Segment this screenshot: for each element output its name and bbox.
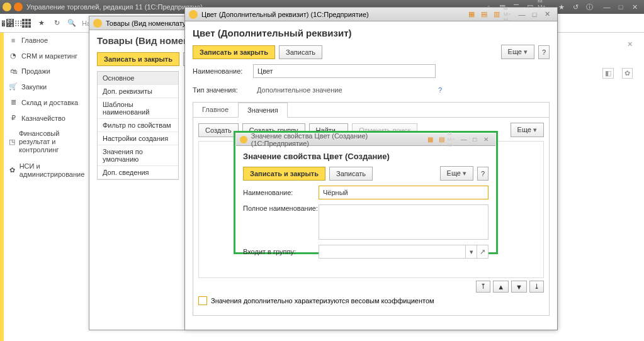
list-nav-up-icon[interactable]: ▲ [493,281,509,293]
sidebar-item-label: Казначейство [21,115,65,122]
name-label: Наименование: [243,189,319,196]
menu-icon: ≡ [9,36,18,44]
titlebar-maximize-icon[interactable]: □ [614,2,627,12]
sidebar-item-label: Закупки [21,83,47,91]
svg-rect-0 [22,19,25,21]
help-button[interactable]: ? [538,45,550,59]
section-extra-props[interactable]: Доп. реквизиты [98,85,178,98]
window-color-titlebar[interactable]: Цвет (Дополнительный реквизит) (1С:Предп… [185,8,557,21]
sidebar: ≡Главное ◔CRM и маркетинг 🛍Продажи 🛒Заку… [0,33,91,341]
weight-coef-checkbox[interactable] [198,296,207,305]
save-and-close-button[interactable]: Записать и закрыть [243,167,325,181]
title-btn-3-icon[interactable]: ▥ [491,9,502,20]
group-label: Входит в группу: [243,248,319,255]
search-glass-icon[interactable]: 🔍 [64,16,79,31]
name-label: Наименование: [193,67,253,75]
title-btn-1-icon[interactable]: ▦ [466,9,477,20]
w3-title-btn-2-icon[interactable]: ▤ [436,135,446,144]
sidebar-item-finresult[interactable]: ◳Финансовый результат и контроллинг [0,126,91,159]
app-title: Управление торговлей, редакция 11 (1С:Пр… [26,3,203,11]
svg-rect-4 [25,22,28,25]
svg-rect-7 [25,25,28,28]
window-icon [93,19,102,28]
favorites-star-icon[interactable]: ★ [34,16,49,31]
sidebar-item-main[interactable]: ≡Главное [0,33,91,48]
tab-panel-btn[interactable]: ◧ [602,68,614,79]
titlebar-minimize-icon[interactable]: — [601,2,613,12]
sidebar-item-label: НСИ и администрирование [20,162,86,179]
title-btn-2-icon[interactable]: ▤ [478,9,490,20]
title-btn-m-icon[interactable]: M M+ M- [504,9,515,20]
titlebar-close-icon[interactable]: ✕ [628,2,641,12]
name-input[interactable] [253,64,436,78]
w3-title-close-icon[interactable]: ✕ [481,135,491,144]
section-create-settings[interactable]: Настройки создания [98,132,178,145]
title-btn-close-icon[interactable]: ✕ [541,9,553,20]
fullname-label: Полное наименование: [243,204,319,212]
sidebar-item-crm[interactable]: ◔CRM и маркетинг [0,48,91,64]
svg-rect-6 [22,25,25,28]
section-main[interactable]: Основное [98,72,178,85]
history-icon[interactable]: ↻ [49,16,64,31]
save-and-close-button[interactable]: Записать и закрыть [97,52,179,66]
window-color-value-create: Значение свойства Цвет (Создание) (1С:Пр… [234,131,498,254]
sidebar-item-nsi[interactable]: ✿НСИ и администрирование [0,159,91,182]
tab-settings-btn[interactable]: ✿ [622,68,633,79]
sidebar-item-label: CRM и маркетинг [21,52,77,60]
app-icon-round [14,3,23,11]
weight-coef-label: Значения дополнительно характеризуются в… [211,297,434,305]
w3-title-btn-1-icon[interactable]: ▦ [426,135,436,144]
more-button[interactable]: Еще [440,166,473,181]
w3-title-max-icon[interactable]: □ [470,135,480,144]
type-value [253,83,436,97]
section-defaults[interactable]: Значения по умолчанию [98,145,178,166]
boxes-icon: ≣ [9,98,18,106]
svg-rect-8 [28,25,31,28]
sidebar-item-treasury[interactable]: ₽Казначейство [0,110,91,126]
list-nav-down-icon[interactable]: ▼ [511,281,527,293]
group-input[interactable] [319,245,466,259]
window-color-value-titlebar[interactable]: Значение свойства Цвет (Создание) (1С:Пр… [236,133,495,146]
save-button[interactable]: Записать [279,45,322,59]
section-name-templates[interactable]: Шаблоны наименований [98,98,178,119]
titlebar-history-icon[interactable]: ↺ [569,2,582,12]
titlebar-info-icon[interactable]: ⓘ [583,2,596,12]
sidebar-item-label: Главное [21,36,48,44]
list-nav-first-icon[interactable]: ⤒ [476,281,490,293]
save-and-close-button[interactable]: Записать и закрыть [193,45,275,59]
w3-title-btn-m-icon[interactable]: M M+ M- [448,135,458,144]
section-extra-info[interactable]: Доп. сведения [98,166,178,179]
name-input[interactable] [319,186,489,199]
title-btn-max-icon[interactable]: □ [529,9,540,20]
title-btn-min-icon[interactable]: — [516,9,528,20]
window-color-title: Цвет (Дополнительный реквизит) (1С:Предп… [201,11,369,18]
sidebar-item-label: Финансовый результат и контроллинг [19,130,86,155]
more-button-tab[interactable]: Еще [511,123,544,137]
color-prop-heading: Цвет (Дополнительный реквизит) [193,28,550,38]
w3-title-min-icon[interactable]: — [459,135,469,144]
save-button[interactable]: Записать [329,167,373,181]
window-color-value-title: Значение свойства Цвет (Создание) (1С:Пр… [251,132,425,147]
pie-icon: ◔ [9,52,18,60]
group-open-icon[interactable]: ↗ [477,245,489,259]
sidebar-item-sales[interactable]: 🛍Продажи [0,64,91,79]
fullname-textarea[interactable] [319,204,489,240]
more-button[interactable]: Еще [501,45,534,59]
sections-grid-icon[interactable]: �⵸⁝⁝⁝ [4,16,19,31]
create-button[interactable]: Создать [198,123,239,137]
tab-close-icon[interactable]: × [628,39,633,49]
sections-grid-icon[interactable] [19,16,34,31]
tab-main[interactable]: Главное [193,103,238,117]
section-filter-props[interactable]: Фильтр по свойствам [98,119,178,132]
sidebar-item-warehouse[interactable]: ≣Склад и доставка [0,94,91,110]
tab-values[interactable]: Значения [238,103,288,118]
color-value-heading: Значение свойства Цвет (Создание) [243,152,489,161]
group-dropdown-icon[interactable]: ▾ [466,245,477,259]
type-label: Тип значения: [193,86,253,94]
help-button[interactable]: ? [477,167,489,181]
list-nav-last-icon[interactable]: ⤓ [529,281,544,293]
window-icon [240,136,247,143]
sidebar-item-purchases[interactable]: 🛒Закупки [0,79,91,94]
type-help-link[interactable]: ? [438,86,442,94]
ruble-icon: ₽ [9,114,18,122]
